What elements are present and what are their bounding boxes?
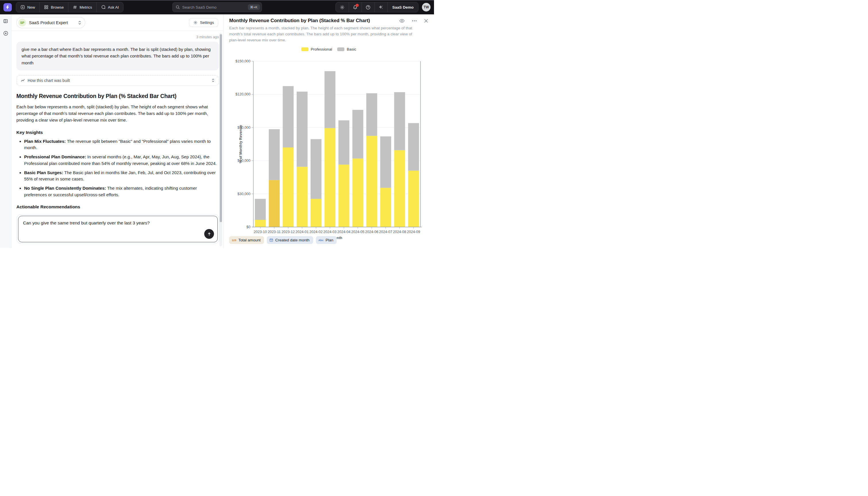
bar-2024-03-basic[interactable]: [325, 71, 336, 128]
bar-2024-03-professional[interactable]: [325, 128, 336, 227]
chat-scrollbar-thumb[interactable]: [220, 34, 222, 222]
bar-2024-02-professional[interactable]: [310, 199, 321, 227]
legend-item-basic[interactable]: Basic: [337, 47, 356, 51]
new-thread-button[interactable]: [3, 30, 9, 36]
stacked-bar-chart[interactable]: $0$30,000$60,000$90,000$120,000$150,0002…: [223, 59, 434, 244]
nav-item-browse[interactable]: Browse: [39, 2, 68, 12]
search-input[interactable]: [182, 5, 245, 10]
lightning-icon: [5, 5, 10, 10]
bar-2024-07-professional[interactable]: [380, 188, 391, 227]
list-item: Basic Plan Surges: The Basic plan led in…: [24, 170, 219, 183]
chip-created-date-month[interactable]: 1 Created date month: [267, 236, 313, 244]
grid-icon: [44, 5, 49, 10]
bar-2024-01-professional[interactable]: [297, 167, 308, 227]
svg-text:2024-03: 2024-03: [323, 230, 337, 234]
preview-eye-button[interactable]: [399, 19, 405, 23]
chevron-up-down-icon: [212, 78, 214, 82]
legend-item-professional[interactable]: Professional: [301, 47, 332, 51]
help-button[interactable]: [361, 2, 374, 12]
bar-2024-06-basic[interactable]: [366, 93, 377, 136]
agent-selector[interactable]: SP SaaS Product Expert: [16, 17, 85, 28]
composer: Can you give the same trend but quarterl…: [18, 216, 218, 242]
close-icon: [424, 19, 428, 23]
bar-2024-09-basic[interactable]: [408, 123, 419, 170]
svg-text:2023-11: 2023-11: [268, 230, 280, 234]
bar-2024-05-professional[interactable]: [352, 159, 363, 227]
bar-2024-04-basic[interactable]: [338, 120, 349, 165]
agent-name: SaaS Product Expert: [29, 20, 75, 25]
svg-text:2024-05: 2024-05: [351, 230, 365, 234]
global-search[interactable]: ⌘+K: [172, 2, 262, 12]
chip-label: Created date month: [275, 238, 309, 242]
svg-text:2024-08: 2024-08: [393, 230, 406, 234]
nav-item-label: Metrics: [80, 5, 92, 10]
bar-2023-12-professional[interactable]: [283, 148, 293, 227]
svg-text:2024-01: 2024-01: [295, 230, 309, 234]
trend-line-icon: [21, 78, 25, 82]
nav-item-label: Browse: [51, 5, 64, 10]
bar-2024-08-basic[interactable]: [394, 92, 405, 150]
nav-item-label: New: [27, 5, 35, 10]
svg-text:2024-09: 2024-09: [407, 230, 420, 234]
svg-text:2024-04: 2024-04: [337, 230, 350, 234]
nav-item-metrics[interactable]: Metrics: [68, 2, 97, 12]
bar-2024-08-professional[interactable]: [394, 150, 405, 227]
svg-text:$0: $0: [246, 225, 251, 229]
answer-heading: Monthly Revenue Contribution by Plan (% …: [16, 93, 219, 99]
left-rail: [0, 14, 12, 248]
bar-2023-10-professional[interactable]: [255, 220, 266, 227]
toggle-sidebar-button[interactable]: [3, 18, 9, 24]
chat-header: SP SaaS Product Expert Settings: [12, 14, 223, 31]
svg-text:2023-12: 2023-12: [282, 230, 295, 234]
how-chart-built-toggle[interactable]: How this chart was built: [16, 75, 219, 86]
ellipsis-icon: [412, 20, 417, 21]
composer-wrap: Can you give the same trend but quarterl…: [16, 214, 220, 244]
svg-text:$150,000: $150,000: [236, 59, 251, 63]
bar-2024-01-basic[interactable]: [297, 92, 308, 167]
bar-2024-09-professional[interactable]: [408, 171, 419, 227]
gear-icon: [340, 5, 345, 10]
bar-2024-02-basic[interactable]: [310, 139, 321, 199]
bar-2024-04-professional[interactable]: [338, 165, 349, 227]
svg-text:$120,000: $120,000: [236, 92, 251, 96]
chip-plan[interactable]: Abc Plan: [316, 236, 337, 244]
sparkles-button[interactable]: [374, 2, 387, 12]
settings-gear-button[interactable]: [336, 2, 349, 12]
chip-total-amount[interactable]: 123 Total amount: [229, 236, 264, 244]
user-avatar[interactable]: TW: [422, 3, 431, 12]
notifications-button[interactable]: [349, 2, 361, 12]
nav-icon-group: SaaS Demo: [336, 2, 418, 12]
legend-swatch: [301, 47, 308, 51]
send-button[interactable]: [204, 229, 214, 239]
settings-button[interactable]: Settings: [189, 18, 218, 27]
close-panel-button[interactable]: [424, 19, 428, 23]
notification-badge: [356, 4, 359, 7]
chart-description: Each bar represents a month, stacked by …: [229, 25, 416, 43]
insights-list: Plan Mix Fluctuates: The revenue split b…: [16, 138, 219, 198]
plus-square-icon: [20, 5, 25, 10]
nav-item-ask-ai[interactable]: Ask AI: [97, 2, 123, 12]
workspace-name[interactable]: SaaS Demo: [387, 2, 418, 12]
bar-2023-11-professional[interactable]: [269, 180, 280, 227]
chat-scrollbar-track[interactable]: [220, 33, 222, 246]
insights-title: Key Insights: [16, 130, 219, 135]
bar-2024-07-basic[interactable]: [380, 137, 391, 188]
app-logo[interactable]: [3, 3, 12, 12]
chart-panel-header: Monthly Revenue Contribution by Plan (St…: [223, 14, 434, 51]
bar-2024-06-professional[interactable]: [366, 136, 377, 227]
bar-2023-12-basic[interactable]: [283, 86, 293, 148]
gear-icon: [193, 20, 198, 25]
bar-2023-10-basic[interactable]: [255, 199, 266, 220]
help-icon: [366, 5, 371, 10]
bar-2023-11-basic[interactable]: [269, 129, 280, 180]
bar-2024-05-basic[interactable]: [352, 110, 363, 158]
message-timestamp: 3 minutes ago: [16, 35, 219, 39]
how-chart-built-label: How this chart was built: [28, 78, 70, 83]
more-options-button[interactable]: [412, 20, 417, 21]
chart-panel: Monthly Revenue Contribution by Plan (St…: [223, 14, 434, 248]
nav-item-new[interactable]: New: [16, 2, 39, 12]
svg-text:2024-02: 2024-02: [309, 230, 323, 234]
arrow-up-icon: [207, 232, 211, 236]
message-input[interactable]: Can you give the same trend but quarterl…: [18, 216, 218, 242]
field-chips: 123 Total amount 1 Created date month Ab…: [229, 236, 337, 244]
